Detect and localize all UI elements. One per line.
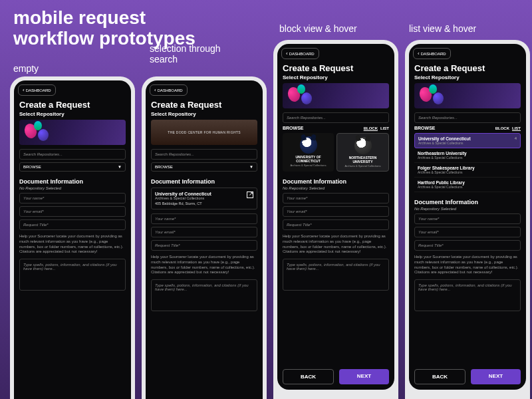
doc-info-header: Document Information — [151, 178, 257, 185]
browse-label: BROWSE — [414, 126, 436, 130]
block-toggle[interactable]: BLOCK — [495, 126, 509, 130]
block-toggle[interactable]: BLOCK — [364, 126, 378, 130]
list-item[interactable]: Folger Shakespeare Library Archives & Sp… — [414, 163, 521, 178]
name-input[interactable]: Your name* — [151, 213, 257, 224]
next-button[interactable]: NEXT — [339, 369, 389, 384]
details-textarea[interactable]: Type spells, potions, information, and c… — [151, 279, 257, 311]
browse-label: BROWSE — [23, 165, 41, 169]
phone-screen: DASHBOARD Create a Request Select Reposi… — [409, 44, 526, 390]
chevron-down-icon: ▼ — [118, 165, 122, 169]
column-label-list: list view & hover — [409, 23, 476, 34]
no-repo-text: No Repository Selected — [283, 186, 389, 190]
block-card-northeastern[interactable]: NORTHEASTERN UNIVERSITY Archives & Speci… — [336, 133, 389, 172]
name-input[interactable]: Your name* — [283, 193, 389, 203]
search-input[interactable]: Search Repositories... — [19, 149, 126, 160]
screen-subtitle: Select Repository — [19, 111, 126, 117]
details-textarea[interactable]: Type spells, potions, information, and c… — [19, 259, 126, 291]
name-input[interactable]: Your name* — [414, 213, 521, 224]
hero-banner — [414, 83, 521, 108]
no-repo-text: No Repository Selected — [19, 186, 126, 190]
email-input[interactable]: Your email* — [414, 227, 521, 237]
block-card-sub: Archives & Special Collections — [290, 164, 326, 167]
list-item-sub: Archives & Special Collections — [418, 141, 517, 145]
screen-title: Create a Request — [19, 100, 126, 110]
browse-dropdown[interactable]: BROWSE▼ — [19, 162, 126, 172]
search-input[interactable]: Search Repositories... — [283, 112, 389, 123]
dashboard-button[interactable]: DASHBOARD — [413, 48, 451, 59]
screen-title: Create a Request — [151, 100, 257, 110]
list-item-sub: Archives & Special Collections — [418, 170, 517, 174]
title-input[interactable]: Request Title* — [283, 219, 389, 230]
title-input[interactable]: Request Title* — [414, 240, 521, 251]
details-textarea[interactable]: Type spells, potions, information, and c… — [414, 279, 521, 311]
doc-info-header: Document Information — [283, 178, 389, 185]
doc-info-header: Document Information — [414, 199, 521, 205]
doc-info-header: Document Information — [19, 178, 126, 185]
phone-frame-search: DASHBOARD Create a Request Select Reposi… — [142, 76, 267, 399]
dashboard-button[interactable]: DASHBOARD — [150, 84, 188, 96]
hero-banner-dodd: THE DODD CENTER FOR HUMAN RIGHTS — [151, 120, 257, 145]
phone-frame-block: DASHBOARD Create a Request Select Reposi… — [273, 40, 398, 399]
phone-frame-list: DASHBOARD Create a Request Select Reposi… — [405, 40, 530, 399]
screen-subtitle: Select Repository — [283, 74, 389, 80]
repo-sub: Archives & Special Collections — [155, 196, 243, 200]
block-card-sub: Archives & Special Collections — [344, 164, 380, 168]
repo-name: University of Connecticut — [155, 192, 243, 196]
browse-dropdown[interactable]: BROWSE▼ — [151, 162, 257, 172]
list-item[interactable]: 4 University of Connecticut Archives & S… — [414, 133, 521, 148]
list-item[interactable]: Northeastern University Archives & Speci… — [414, 148, 521, 163]
list-item-sub: Archives & Special Collections — [418, 156, 517, 160]
email-input[interactable]: Your email* — [283, 206, 389, 217]
dashboard-button[interactable]: DASHBOARD — [18, 84, 56, 96]
phone-frame-empty: DASHBOARD Create a Request Select Reposi… — [10, 76, 135, 399]
help-text: Help your Sourcerer locate your document… — [414, 255, 521, 275]
repo-card[interactable]: University of Connecticut Archives & Spe… — [151, 188, 257, 209]
details-textarea[interactable]: Type spells, potions, information, and c… — [283, 259, 389, 291]
block-card-name: NORTHEASTERN UNIVERSITY — [339, 156, 386, 164]
hero-banner — [19, 120, 126, 145]
list-count: 4 — [515, 136, 517, 140]
no-repo-text: No Repository Selected — [414, 207, 521, 211]
view-toggle: BLOCK LIST — [364, 126, 389, 130]
husky-icon — [300, 136, 317, 154]
title-input[interactable]: Request Title* — [151, 240, 257, 251]
husky-icon — [354, 137, 372, 154]
help-text: Help your Sourcerer locate your document… — [283, 234, 389, 255]
name-input[interactable]: Your name* — [19, 193, 126, 203]
external-link-icon[interactable] — [247, 192, 253, 198]
search-input[interactable]: Search Repositories... — [414, 112, 521, 123]
list-item-sub: Archives & Special Collections — [418, 185, 517, 189]
list-toggle[interactable]: LIST — [512, 126, 521, 130]
list-view: 4 University of Connecticut Archives & S… — [414, 133, 521, 192]
screen-title: Create a Request — [414, 63, 521, 73]
search-input[interactable]: Search Repositories... — [151, 149, 257, 160]
list-item-name: University of Connecticut — [418, 136, 517, 141]
screen-subtitle: Select Repository — [414, 74, 521, 80]
block-card-name: UNIVERSITY OF CONNECTICUT — [285, 156, 332, 163]
list-toggle[interactable]: LIST — [380, 126, 389, 130]
chevron-down-icon: ▼ — [249, 165, 253, 169]
help-text: Help your Sourcerer locate your document… — [151, 255, 257, 275]
footer-buttons: BACK NEXT — [409, 364, 526, 390]
next-button[interactable]: NEXT — [471, 369, 521, 384]
list-item-name: Folger Shakespeare Library — [418, 166, 517, 170]
repo-addr: 405 Babbidge Rd, Storrs, CT — [155, 201, 243, 205]
email-input[interactable]: Your email* — [151, 227, 257, 237]
screen-subtitle: Select Repository — [151, 111, 257, 117]
email-input[interactable]: Your email* — [19, 206, 126, 217]
back-button[interactable]: BACK — [414, 369, 466, 384]
browse-label: BROWSE — [155, 165, 173, 169]
footer-buttons: BACK NEXT — [277, 364, 394, 390]
list-item-name: Hartford Public Library — [418, 180, 517, 185]
title-input[interactable]: Request Title* — [19, 219, 126, 230]
block-card-uconn[interactable]: UNIVERSITY OF CONNECTICUT Archives & Spe… — [283, 133, 334, 172]
back-button[interactable]: BACK — [283, 369, 334, 384]
help-text: Help your Sourcerer locate your document… — [19, 234, 126, 255]
view-toggle: BLOCK LIST — [495, 126, 521, 130]
dashboard-button[interactable]: DASHBOARD — [281, 48, 319, 59]
phone-screen: DASHBOARD Create a Request Select Reposi… — [14, 80, 131, 399]
phone-screen: DASHBOARD Create a Request Select Reposi… — [146, 80, 263, 399]
column-label-block: block view & hover — [279, 23, 357, 34]
hero-banner — [283, 83, 389, 108]
list-item[interactable]: Hartford Public Library Archives & Speci… — [414, 178, 521, 192]
